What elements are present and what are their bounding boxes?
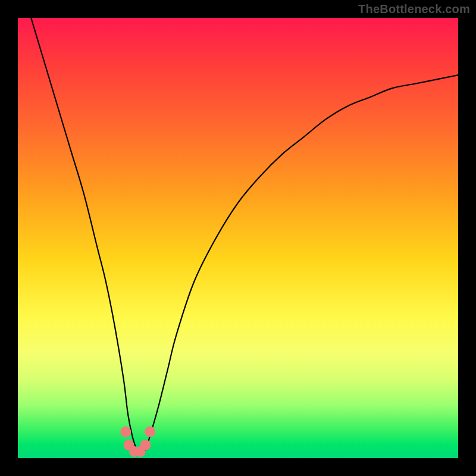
chart-frame: TheBottleneck.com bbox=[0, 0, 476, 476]
trough-dot bbox=[145, 427, 155, 437]
curve-line bbox=[31, 18, 458, 454]
plot-area bbox=[18, 18, 458, 458]
trough-markers bbox=[120, 427, 155, 457]
trough-dot bbox=[140, 440, 151, 450]
watermark-label: TheBottleneck.com bbox=[358, 2, 470, 16]
chart-svg bbox=[18, 18, 458, 458]
trough-dot bbox=[120, 427, 131, 437]
